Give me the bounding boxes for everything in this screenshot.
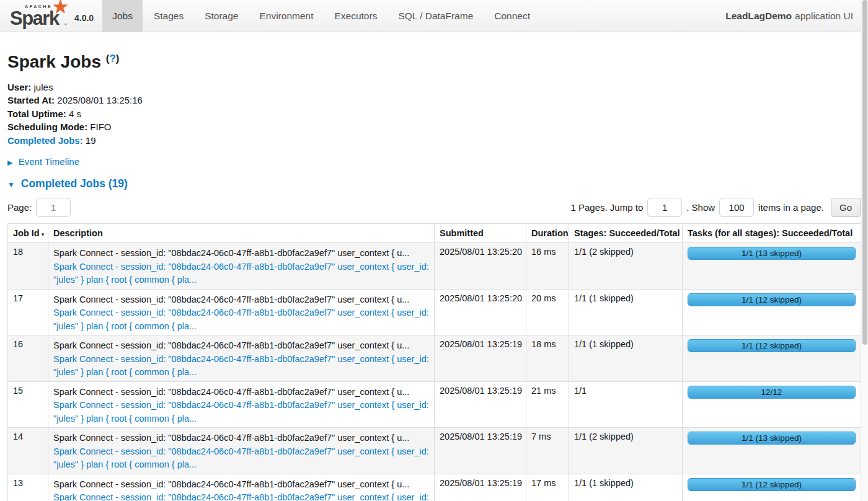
description-cell: Spark Connect - session_id: "08bdac24-06…	[48, 381, 435, 428]
summary-item: Started At: 2025/08/01 13:25:16	[7, 94, 861, 107]
event-timeline-label: Event Timeline	[19, 156, 79, 167]
job-id-cell: 14	[8, 428, 48, 474]
table-row: 15 Spark Connect - session_id: "08bdac24…	[8, 381, 861, 428]
tab-executors[interactable]: Executors	[324, 0, 387, 32]
sort-desc-icon: ▾	[42, 231, 45, 237]
spark-brand[interactable]: APACHE Spark ™ ★ 4.0.0	[0, 0, 102, 32]
go-button[interactable]: Go	[831, 198, 861, 217]
stages-cell: 1/1 (1 skipped)	[569, 289, 683, 335]
event-timeline-toggle[interactable]: ▶ Event Timeline	[7, 156, 861, 167]
tasks-cell: 1/1 (13 skipped)	[683, 428, 861, 474]
job-description-link[interactable]: Spark Connect - session_id: "08bdac24-06…	[53, 306, 429, 333]
submitted-cell: 2025/08/01 13:25:19	[435, 335, 526, 382]
tab-jobs[interactable]: Jobs	[102, 0, 143, 32]
column-header-submitted[interactable]: Submitted	[435, 224, 526, 243]
job-id-cell: 17	[8, 289, 48, 335]
job-description-link[interactable]: Spark Connect - session_id: "08bdac24-06…	[53, 353, 429, 379]
tasks-progress-track: 1/1 (12 skipped)	[688, 339, 856, 352]
job-description-link[interactable]: Spark Connect - session_id: "08bdac24-06…	[53, 491, 429, 501]
job-description-text: Spark Connect - session_id: "08bdac24-06…	[53, 386, 429, 399]
description-cell: Spark Connect - session_id: "08bdac24-06…	[48, 474, 435, 501]
duration-cell: 16 ms	[526, 243, 569, 290]
tasks-progress-track: 1/1 (12 skipped)	[688, 478, 856, 491]
spark-wordmark: Spark	[10, 9, 59, 28]
job-description-text: Spark Connect - session_id: "08bdac24-06…	[53, 339, 429, 353]
vertical-scrollbar-thumb[interactable]	[862, 0, 867, 345]
spark-logo: APACHE Spark ™ ★	[10, 2, 69, 28]
tasks-progress-track: 12/12	[688, 386, 856, 399]
completed-jobs-label: Completed Jobs (19)	[21, 177, 128, 190]
job-description-text: Spark Connect - session_id: "08bdac24-06…	[53, 247, 429, 260]
items-per-page-input[interactable]	[719, 198, 754, 217]
expanded-arrow-icon: ▼	[7, 180, 15, 189]
tasks-cell: 12/12	[683, 381, 861, 428]
nav-tabs: Jobs Stages Storage Environment Executor…	[102, 0, 718, 32]
trademark-symbol: ™	[63, 23, 67, 27]
job-description-text: Spark Connect - session_id: "08bdac24-06…	[53, 293, 429, 307]
tab-sql-dataframe[interactable]: SQL / DataFrame	[388, 0, 483, 32]
spark-version: 4.0.0	[69, 13, 94, 28]
tasks-progress-track: 1/1 (13 skipped)	[688, 247, 856, 260]
job-description-text: Spark Connect - session_id: "08bdac24-06…	[53, 432, 429, 445]
description-cell: Spark Connect - session_id: "08bdac24-06…	[48, 243, 435, 290]
tab-stages[interactable]: Stages	[144, 0, 193, 32]
jump-to-page-input[interactable]	[647, 198, 682, 217]
job-id-cell: 13	[8, 474, 48, 501]
column-header-description[interactable]: Description	[48, 224, 435, 243]
stages-cell: 1/1 (1 skipped)	[569, 335, 683, 382]
column-header-job-id[interactable]: Job Id▾	[8, 224, 48, 243]
top-navbar: APACHE Spark ™ ★ 4.0.0 Jobs Stages Stora…	[0, 0, 868, 32]
submitted-cell: 2025/08/01 13:25:19	[435, 474, 526, 501]
summary-item: Total Uptime: 4 s	[7, 107, 861, 120]
application-name: LeadLagDemo	[725, 11, 792, 22]
help-link[interactable]: ?	[109, 53, 115, 64]
table-row: 16 Spark Connect - session_id: "08bdac24…	[8, 335, 861, 382]
table-row: 17 Spark Connect - session_id: "08bdac24…	[8, 289, 861, 335]
summary-item: User: jules	[7, 81, 861, 94]
duration-cell: 18 ms	[526, 335, 569, 382]
job-id-cell: 15	[8, 381, 48, 428]
page-title-text: Spark Jobs	[7, 52, 101, 71]
duration-cell: 21 ms	[526, 381, 569, 428]
help-superscript: (?)	[106, 53, 120, 64]
table-row: 14 Spark Connect - session_id: "08bdac24…	[8, 428, 861, 474]
job-description-link[interactable]: Spark Connect - session_id: "08bdac24-06…	[53, 445, 429, 472]
table-row: 18 Spark Connect - session_id: "08bdac24…	[8, 243, 861, 290]
tasks-progress-bar: 1/1 (12 skipped)	[688, 340, 855, 352]
stages-cell: 1/1 (1 skipped)	[569, 474, 683, 501]
completed-jobs-table: Job Id▾ Description Submitted Duration S…	[7, 223, 861, 501]
completed-jobs-toggle[interactable]: ▼ Completed Jobs (19)	[7, 177, 861, 190]
tab-connect[interactable]: Connect	[484, 0, 540, 32]
job-description-link[interactable]: Spark Connect - session_id: "08bdac24-06…	[53, 260, 429, 287]
column-header-stages[interactable]: Stages: Succeeded/Total	[569, 224, 683, 243]
pagination-bar: Page: 1 Pages. Jump to . Show items in a…	[7, 198, 861, 217]
page-number-input[interactable]	[36, 198, 71, 217]
tasks-progress-track: 1/1 (13 skipped)	[688, 432, 856, 445]
submitted-cell: 2025/08/01 13:25:19	[435, 428, 526, 474]
table-header-row: Job Id▾ Description Submitted Duration S…	[8, 224, 861, 243]
tab-environment[interactable]: Environment	[249, 0, 323, 32]
vertical-scrollbar-track[interactable]	[861, 0, 868, 501]
duration-cell: 7 ms	[526, 428, 569, 474]
tasks-progress-bar: 1/1 (12 skipped)	[688, 294, 855, 306]
page-label: Page:	[7, 202, 32, 213]
job-id-cell: 18	[8, 243, 48, 290]
tab-storage[interactable]: Storage	[195, 0, 248, 32]
pages-count-text: 1 Pages. Jump to	[570, 202, 643, 213]
stages-cell: 1/1	[569, 381, 683, 428]
job-id-cell: 16	[8, 335, 48, 382]
summary-item: Completed Jobs: 19	[7, 134, 861, 147]
tasks-cell: 1/1 (13 skipped)	[683, 243, 861, 290]
tasks-cell: 1/1 (12 skipped)	[683, 474, 861, 501]
description-cell: Spark Connect - session_id: "08bdac24-06…	[48, 335, 435, 382]
column-header-tasks[interactable]: Tasks (for all stages): Succeeded/Total	[683, 224, 861, 243]
tasks-progress-bar: 1/1 (13 skipped)	[688, 247, 855, 259]
column-header-duration[interactable]: Duration	[526, 224, 569, 243]
table-row: 13 Spark Connect - session_id: "08bdac24…	[8, 474, 861, 501]
collapsed-arrow-icon: ▶	[7, 159, 12, 166]
job-description-link[interactable]: Spark Connect - session_id: "08bdac24-06…	[53, 399, 429, 425]
submitted-cell: 2025/08/01 13:25:19	[435, 381, 526, 428]
show-text: . Show	[686, 202, 715, 213]
duration-cell: 20 ms	[526, 289, 569, 335]
tasks-progress-track: 1/1 (12 skipped)	[688, 293, 856, 306]
